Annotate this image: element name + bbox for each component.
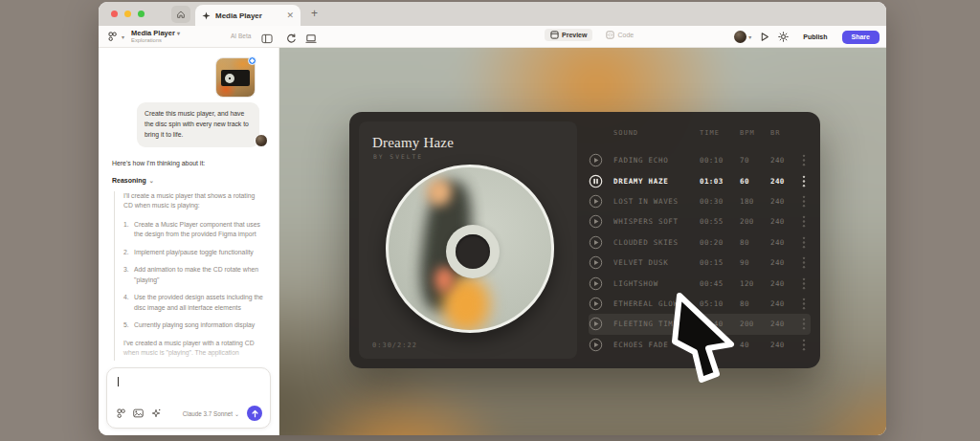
reasoning-toggle[interactable]: Reasoning ⌄ (112, 177, 265, 184)
chat-composer[interactable]: Claude 3.7 Sonnet ⌄ (106, 367, 271, 429)
chevron-down-icon: ⌄ (149, 177, 154, 184)
preview-canvas: Dreamy Haze BY SVELTE 0:30/2:22 SOUND (279, 48, 886, 435)
tab-close-icon[interactable]: ✕ (286, 11, 294, 20)
device-preview-button[interactable] (305, 31, 317, 48)
track-menu-button[interactable] (797, 339, 811, 351)
track-play-button[interactable] (589, 153, 613, 167)
column-header-sound: SOUND (613, 129, 700, 137)
tab-media-player[interactable]: Media Player ✕ (195, 5, 301, 26)
reasoning-step: Create a Music Player component that use… (123, 220, 265, 240)
track-row[interactable]: CLOUDED SKIES 00:20 80 240 (589, 232, 811, 253)
track-play-button[interactable] (589, 235, 613, 250)
figma-import-button[interactable] (117, 408, 125, 419)
track-row[interactable]: FLEETING TIME 00:40 200 240 (589, 314, 811, 334)
track-play-button[interactable] (589, 214, 613, 229)
track-name: CLOUDED SKIES (613, 238, 700, 247)
track-menu-button[interactable] (797, 215, 811, 228)
play-preview-button[interactable] (760, 32, 769, 42)
track-row[interactable]: WHISPERS SOFT 00:55 200 240 (589, 211, 811, 232)
settings-gear-button[interactable] (778, 32, 789, 42)
track-menu-button[interactable] (797, 236, 811, 249)
track-name: LOST IN WAVES (613, 197, 700, 206)
track-play-button[interactable] (589, 317, 613, 331)
track-row[interactable]: LIGHTSHOW 00:45 120 240 (589, 273, 811, 293)
kebab-menu-icon (802, 175, 806, 187)
play-icon (589, 317, 603, 331)
preview-tab-button[interactable]: Preview (545, 29, 592, 41)
new-tab-button[interactable]: + (311, 8, 318, 19)
track-play-button[interactable] (589, 194, 613, 209)
track-br: 240 (770, 299, 797, 308)
project-title-block[interactable]: Media Player ▾ Explorations (131, 30, 180, 44)
minimize-window-button[interactable] (124, 11, 131, 17)
sidebar-toggle-button[interactable] (261, 31, 273, 48)
track-row[interactable]: ETHEREAL GLOW 05:10 80 240 (589, 294, 811, 314)
sparkle-settings-button[interactable] (151, 408, 161, 418)
kebab-menu-icon (802, 195, 806, 208)
track-row[interactable]: LOST IN WAVES 00:30 180 240 (589, 191, 811, 211)
track-menu-button[interactable] (797, 195, 811, 208)
refresh-button[interactable] (286, 31, 297, 48)
track-name: FLEETING TIME (613, 320, 700, 328)
reasoning-step: Use the provided design assets including… (123, 293, 265, 313)
track-bpm: 80 (740, 238, 770, 247)
chevron-down-icon: ⌄ (234, 410, 239, 417)
track-row[interactable]: ECHOES FADE 40 240 (589, 335, 811, 355)
track-bpm: 70 (740, 156, 770, 165)
track-time: 00:55 (700, 217, 740, 226)
track-bpm: 180 (740, 197, 770, 206)
attachment-thumbnail[interactable] (215, 57, 256, 98)
kebab-menu-icon (802, 256, 806, 269)
user-message-bubble: Create this music player, and have the d… (137, 102, 259, 147)
track-menu-button[interactable] (797, 318, 811, 330)
play-icon (589, 194, 603, 209)
track-row[interactable]: DREAMY HAZE 01:03 60 240 (589, 170, 811, 190)
track-name: WHISPERS SOFT (613, 217, 700, 226)
preview-icon (550, 31, 559, 39)
model-selector[interactable]: Claude 3.7 Sonnet ⌄ (183, 410, 239, 417)
track-name: FADING ECHO (613, 156, 700, 165)
track-time: 00:20 (700, 238, 740, 247)
track-play-button[interactable] (589, 338, 613, 352)
play-icon (589, 255, 603, 270)
reasoning-step: Add animation to make the CD rotate when… (123, 265, 265, 285)
close-window-button[interactable] (111, 11, 118, 17)
figma-badge-icon (248, 56, 256, 65)
track-row[interactable]: VELVET DUSK 00:15 90 240 (589, 253, 811, 273)
app-logo-icon[interactable] (108, 32, 117, 42)
track-br: 240 (770, 197, 797, 206)
home-icon (176, 10, 186, 19)
user-avatar (734, 31, 746, 43)
code-tab-button[interactable]: Code (600, 29, 639, 41)
track-play-button[interactable] (589, 255, 613, 270)
share-button[interactable]: Share (842, 31, 880, 44)
cd-disc[interactable] (386, 165, 554, 333)
user-message-avatar (255, 134, 268, 147)
chevron-down-icon[interactable]: ▾ (122, 33, 124, 40)
kebab-menu-icon (802, 277, 806, 290)
track-menu-button[interactable] (797, 175, 811, 187)
assistant-intro-text: Here's how I'm thinking about it: (112, 160, 265, 166)
publish-button[interactable]: Publish (797, 31, 833, 43)
track-menu-button[interactable] (797, 256, 811, 269)
play-icon (589, 235, 603, 250)
home-button[interactable] (171, 6, 190, 23)
pause-icon (589, 174, 603, 188)
browser-window: Media Player ✕ + ▾ Media Player ▾ Explor… (99, 2, 886, 435)
track-menu-button[interactable] (797, 154, 811, 166)
track-play-button[interactable] (589, 174, 613, 188)
maximize-window-button[interactable] (138, 11, 145, 17)
track-play-button[interactable] (589, 276, 613, 291)
track-row[interactable]: FADING ECHO 00:10 70 240 (589, 150, 811, 170)
track-list-header: SOUND TIME BPM BR (589, 125, 811, 141)
send-button[interactable] (247, 406, 262, 421)
track-menu-button[interactable] (797, 298, 811, 310)
track-play-button[interactable] (589, 297, 613, 311)
play-icon (589, 214, 603, 229)
kebab-menu-icon (802, 298, 806, 310)
image-attach-button[interactable] (133, 408, 144, 418)
account-menu[interactable]: ▾ (734, 31, 751, 43)
track-menu-button[interactable] (797, 277, 811, 290)
reasoning-steps: Create a Music Player component that use… (123, 220, 265, 331)
track-br: 240 (770, 238, 797, 247)
